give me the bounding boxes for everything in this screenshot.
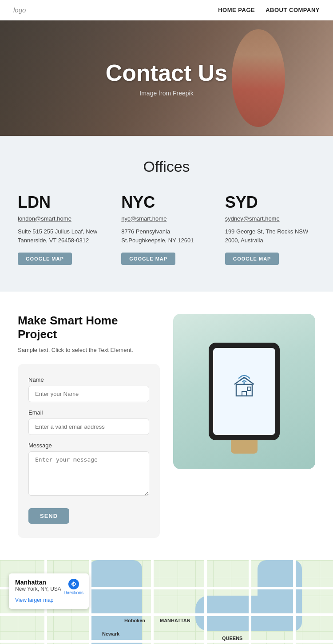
send-button[interactable]: SEND xyxy=(28,508,69,524)
message-textarea[interactable] xyxy=(28,451,149,496)
name-group: Name xyxy=(28,376,149,402)
smart-desc: Sample text. Click to select the Text El… xyxy=(18,347,160,353)
house-icon xyxy=(226,373,262,410)
map-road-v4 xyxy=(204,560,207,644)
tablet-device xyxy=(209,343,280,440)
offices-grid: LDN london@smart.home Suite 515 255 Juli… xyxy=(18,193,315,265)
directions-button[interactable]: Directions xyxy=(64,579,83,595)
directions-icon xyxy=(68,579,79,589)
smart-home-section: Make Smart Home Project Sample text. Cli… xyxy=(0,292,333,560)
message-label: Message xyxy=(28,442,149,449)
office-map-btn-syd[interactable]: GOOGLE MAP xyxy=(225,253,279,265)
map-road-v5 xyxy=(249,560,251,644)
office-email-nyc[interactable]: nyc@smart.home xyxy=(121,215,211,222)
map-road-v2 xyxy=(89,560,91,644)
smart-left-col: Make Smart Home Project Sample text. Cli… xyxy=(18,314,160,538)
email-input[interactable] xyxy=(28,419,149,435)
email-label: Email xyxy=(28,409,149,416)
smart-title: Make Smart Home Project xyxy=(18,314,160,341)
office-card-ldn: LDN london@smart.home Suite 515 255 Juli… xyxy=(18,193,108,265)
directions-label: Directions xyxy=(64,590,83,595)
map-road-2 xyxy=(0,613,333,616)
office-map-btn-ldn[interactable]: GOOGLE MAP xyxy=(18,253,72,265)
svg-rect-3 xyxy=(247,387,251,391)
office-map-btn-nyc[interactable]: GOOGLE MAP xyxy=(121,253,175,265)
tablet-screen xyxy=(213,348,275,435)
offices-section: Offices LDN london@smart.home Suite 515 … xyxy=(0,136,333,292)
map-section: Newark New York BROOKLYN QUEENS MANHATTA… xyxy=(0,560,333,644)
message-group: Message xyxy=(28,442,149,498)
office-email-syd[interactable]: sydney@smart.home xyxy=(225,215,315,222)
logo: logo xyxy=(13,6,26,14)
hero-section: Contact Us Image from Freepik xyxy=(0,20,333,136)
office-city-nyc: NYC xyxy=(121,193,211,212)
map-label-newark: Newark xyxy=(102,631,119,636)
popup-link[interactable]: View larger map xyxy=(15,597,53,603)
office-address-ldn: Suite 515 255 Julius Loaf, New Tannersid… xyxy=(18,227,108,245)
name-label: Name xyxy=(28,376,149,383)
office-city-syd: SYD xyxy=(225,193,315,212)
navbar: logo HOME PAGE ABOUT COMPANY xyxy=(0,0,333,20)
map-popup: Directions Manhattan New York, NY, USA V… xyxy=(9,573,89,609)
smart-right-col xyxy=(173,314,315,469)
svg-rect-2 xyxy=(242,391,246,396)
map-road-3 xyxy=(0,640,333,643)
smart-inner: Make Smart Home Project Sample text. Cli… xyxy=(18,314,315,538)
nav-about[interactable]: ABOUT COMPANY xyxy=(266,7,320,13)
office-address-syd: 199 George St, The Rocks NSW 2000, Austr… xyxy=(225,227,315,245)
hero-subtitle: Image from Freepik xyxy=(106,90,227,97)
hero-text: Contact Us Image from Freepik xyxy=(106,59,227,97)
tablet-illustration xyxy=(209,343,280,440)
hero-title: Contact Us xyxy=(106,59,227,86)
map-label-queens: QUEENS xyxy=(222,636,242,641)
map-label-manhattan: MANHATTAN xyxy=(160,618,190,623)
office-email-ldn[interactable]: london@smart.home xyxy=(18,215,108,222)
office-card-syd: SYD sydney@smart.home 199 George St, The… xyxy=(225,193,315,265)
nav-links: HOME PAGE ABOUT COMPANY xyxy=(218,7,320,13)
map-road-v6 xyxy=(293,560,296,644)
svg-point-0 xyxy=(243,382,245,384)
email-group: Email xyxy=(28,409,149,435)
map-road-v3 xyxy=(151,560,154,644)
office-city-ldn: LDN xyxy=(18,193,108,212)
offices-title: Offices xyxy=(18,158,315,175)
smart-home-image xyxy=(173,314,315,469)
office-card-nyc: NYC nyc@smart.home 8776 Pennsylvania St.… xyxy=(121,193,211,265)
map-label-hoboken: Hoboken xyxy=(124,618,145,623)
contact-form: Name Email Message SEND xyxy=(18,364,160,538)
nav-home[interactable]: HOME PAGE xyxy=(218,7,255,13)
tablet-stand xyxy=(231,440,258,454)
office-address-nyc: 8776 Pennsylvania St.Poughkeepsie, NY 12… xyxy=(121,227,211,245)
name-input[interactable] xyxy=(28,386,149,402)
